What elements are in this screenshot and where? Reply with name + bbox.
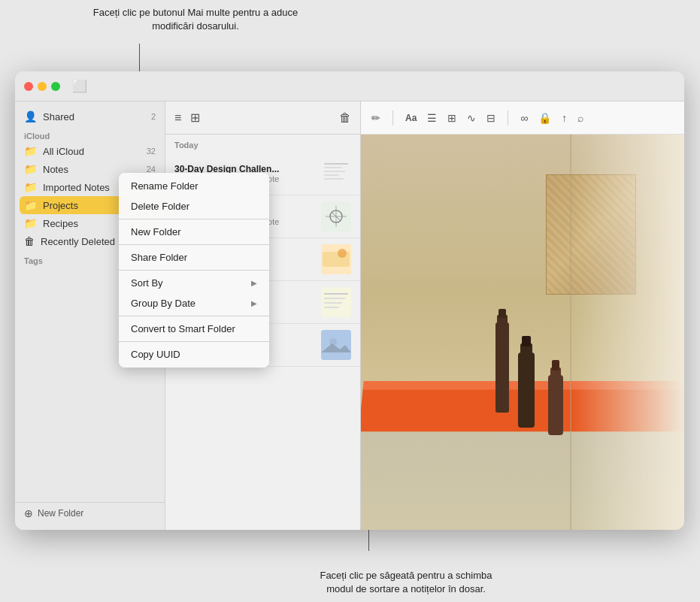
corner-line	[570, 135, 571, 530]
sidebar-item-all-icloud[interactable]: 📁 All iCloud 32	[15, 142, 165, 160]
note-detail-pane: ✏ Aa ☰ ⊞ ∿ ⊟ ∞ 🔒 ↑ ⌕	[361, 101, 684, 530]
traffic-lights	[24, 82, 60, 91]
font-icon[interactable]: Aa	[404, 111, 418, 125]
annotation-top: Faceți clic pe butonul Mai multe pentru …	[90, 6, 301, 33]
projects-icon: 📁	[24, 199, 37, 211]
note-thumbnail	[321, 330, 351, 360]
svg-rect-1	[324, 163, 348, 165]
notes-folder-icon: 📁	[24, 163, 37, 175]
svg-point-13	[338, 249, 347, 258]
icloud-section-label: iCloud	[15, 126, 165, 142]
note-thumbnail	[321, 201, 351, 231]
content-area: 👤 Shared 2 iCloud 📁 All iCloud 32 📁 Note…	[15, 101, 684, 530]
titlebar: ⬜	[15, 71, 684, 101]
toolbar-separator	[392, 110, 393, 126]
lock-icon[interactable]: 🔒	[537, 110, 553, 126]
note-thumbnail	[321, 287, 351, 317]
shared-icon: 👤	[24, 110, 37, 123]
search-icon[interactable]: ⌕	[576, 110, 585, 126]
context-menu-separator-2	[119, 244, 269, 245]
context-menu-item-sort-by[interactable]: Sort By ▶	[119, 273, 269, 293]
compose-icon[interactable]: ✏	[370, 110, 382, 126]
sidebar-toggle-icon[interactable]: ⬜	[72, 79, 87, 93]
svg-rect-17	[324, 302, 342, 304]
new-folder-button[interactable]: ⊕ New Folder	[15, 502, 165, 524]
svg-rect-25	[518, 352, 535, 428]
section-today: Today	[165, 135, 360, 153]
share-icon[interactable]: ↑	[560, 110, 568, 126]
annotation-bottom: Faceți clic pe săgeată pentru a schimba …	[286, 569, 526, 596]
media-icon[interactable]: ⊟	[485, 110, 497, 126]
svg-rect-3	[324, 171, 345, 172]
list-view-icon[interactable]: ≡	[174, 111, 181, 125]
context-menu-item-rename[interactable]: Rename Folder	[119, 176, 269, 196]
svg-rect-15	[324, 293, 348, 295]
audio-icon[interactable]: ∿	[465, 110, 477, 126]
svg-rect-16	[324, 298, 345, 299]
svg-rect-22	[495, 322, 509, 413]
context-menu-item-convert[interactable]: Convert to Smart Folder	[119, 319, 269, 339]
link-icon[interactable]: ∞	[519, 110, 529, 126]
delete-icon[interactable]: 🗑	[339, 111, 351, 125]
note-thumbnail	[321, 244, 351, 274]
notes-list-toolbar: ≡ ⊞ 🗑	[165, 101, 360, 135]
submenu-arrow-2: ▶	[251, 299, 257, 307]
svg-rect-5	[324, 178, 344, 180]
svg-rect-24	[498, 309, 506, 318]
context-menu-separator-4	[119, 316, 269, 316]
svg-rect-30	[552, 360, 559, 371]
toolbar-separator-2	[508, 110, 508, 126]
minimize-button[interactable]	[38, 82, 47, 91]
detail-toolbar: ✏ Aa ☰ ⊞ ∿ ⊟ ∞ 🔒 ↑ ⌕	[361, 101, 684, 135]
notes-window: ⬜ 👤 Shared 2 iCloud 📁 All iCloud 32	[15, 71, 684, 530]
note-thumbnail	[321, 159, 351, 189]
svg-rect-2	[324, 167, 342, 168]
format-list-icon[interactable]: ☰	[426, 110, 438, 126]
sidebar-item-shared[interactable]: 👤 Shared 2	[15, 107, 165, 126]
context-menu-item-group-by-date[interactable]: Group By Date ▶	[119, 293, 269, 313]
plus-icon: ⊕	[24, 507, 33, 519]
svg-rect-4	[324, 174, 339, 176]
context-menu-item-new-folder[interactable]: New Folder	[119, 222, 269, 242]
context-menu: Rename Folder Delete Folder New Folder S…	[119, 173, 269, 368]
context-menu-item-share[interactable]: Share Folder	[119, 247, 269, 268]
context-menu-item-delete[interactable]: Delete Folder	[119, 196, 269, 216]
note-image	[361, 135, 684, 530]
submenu-arrow: ▶	[251, 279, 257, 287]
svg-rect-28	[548, 375, 563, 435]
svg-rect-18	[324, 307, 339, 308]
recipes-icon: 📁	[24, 217, 37, 229]
all-icloud-icon: 📁	[24, 145, 37, 157]
context-menu-item-copy-uuid[interactable]: Copy UUID	[119, 344, 269, 365]
maximize-button[interactable]	[51, 82, 60, 91]
wall-right	[571, 135, 685, 530]
svg-rect-19	[321, 330, 351, 360]
trash-icon: 🗑	[24, 235, 35, 247]
imported-notes-icon: 📁	[24, 181, 37, 193]
context-menu-separator-3	[119, 270, 269, 271]
close-button[interactable]	[24, 82, 33, 91]
svg-rect-27	[522, 336, 531, 346]
grid-view-icon[interactable]: ⊞	[190, 110, 200, 125]
context-menu-separator-1	[119, 219, 269, 219]
context-menu-separator-5	[119, 341, 269, 342]
table-icon[interactable]: ⊞	[446, 110, 458, 126]
